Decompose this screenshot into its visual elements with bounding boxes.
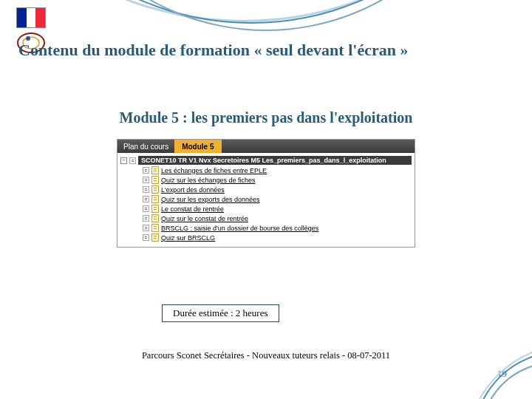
doc-icon [151, 205, 159, 213]
doc-icon [151, 224, 159, 232]
item-icon [143, 215, 149, 222]
item-label: BRSCLG : saisie d'un dossier de bourse d… [161, 225, 318, 232]
root-label: SCONET10 TR V1 Nvx Secretoires M5 Les_pr… [138, 156, 412, 165]
list-item: Le constat de rentrée [120, 204, 412, 214]
item-icon [143, 186, 149, 193]
module-subtitle: Module 5 : les premiers pas dans l'explo… [0, 109, 532, 126]
doc-icon [151, 176, 159, 184]
slide-title: Contenu du module de formation « seul de… [18, 41, 514, 60]
list-item: Quiz sur BRSCLG [120, 233, 412, 242]
item-label: Les échanges de fiches entre EPLE [161, 167, 267, 174]
footer-text: Parcours Sconet Secrétaires - Nouveaux t… [0, 350, 532, 361]
item-label: Quiz sur BRSCLG [161, 234, 215, 242]
list-item: Quiz sur les exports des données [120, 194, 412, 204]
list-item: Quiz sur les échanges de fiches [120, 175, 412, 185]
course-tree: − SCONET10 TR V1 Nvx Secretoires M5 Les_… [117, 153, 415, 247]
list-item: Les échanges de fiches entre EPLE [120, 166, 412, 175]
page-number: 19 [497, 368, 507, 380]
item-label: Le constat de rentrée [161, 205, 224, 213]
item-icon [143, 234, 149, 241]
duration-box: Durée estimée : 2 heures [162, 304, 279, 322]
tree-root: − SCONET10 TR V1 Nvx Secretoires M5 Les_… [120, 155, 412, 166]
item-icon [143, 177, 149, 183]
plan-label: Plan du cours [117, 143, 174, 151]
item-icon [143, 167, 149, 174]
collapse-icon: − [120, 157, 127, 164]
item-label: Quiz sur les échanges de fiches [161, 177, 256, 184]
item-icon [143, 205, 149, 212]
doc-icon [151, 214, 159, 222]
item-icon [143, 196, 149, 202]
folder-icon [129, 157, 136, 164]
doc-icon [151, 195, 159, 203]
doc-icon [151, 185, 159, 194]
module-badge: Module 5 [174, 140, 221, 153]
list-item: BRSCLG : saisie d'un dossier de bourse d… [120, 223, 412, 233]
logo-republique-francaise [16, 7, 46, 28]
course-plan-panel: Plan du cours Module 5 − SCONET10 TR V1 … [117, 139, 415, 248]
doc-icon [151, 166, 159, 174]
item-icon [143, 225, 149, 231]
item-label: Quiz sur le constat de rentrée [161, 215, 248, 222]
doc-icon [151, 233, 159, 242]
item-label: L'export des données [161, 186, 225, 194]
item-label: Quiz sur les exports des données [161, 196, 260, 203]
list-item: Quiz sur le constat de rentrée [120, 214, 412, 223]
list-item: L'export des données [120, 185, 412, 194]
panel-header: Plan du cours Module 5 [117, 140, 415, 153]
